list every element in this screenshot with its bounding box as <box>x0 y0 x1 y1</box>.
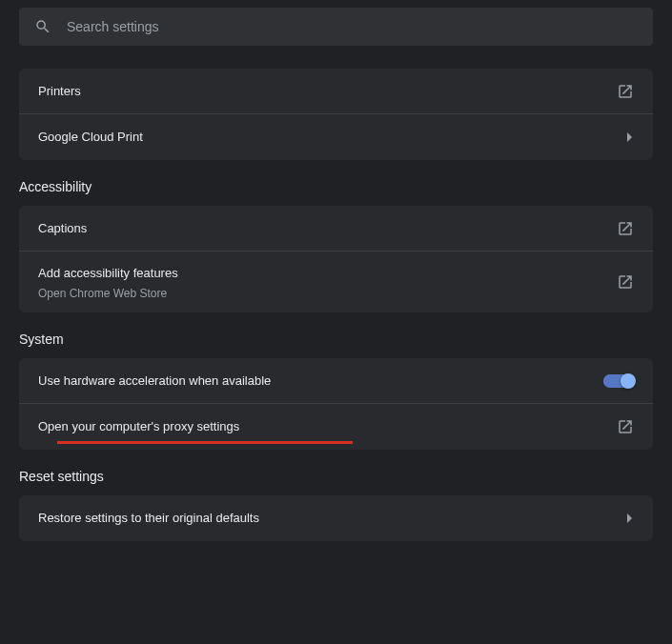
external-link-icon <box>617 83 634 100</box>
search-icon <box>34 18 51 35</box>
settings-content: Printers Google Cloud Print Accessibilit… <box>0 69 672 541</box>
system-section: Use hardware acceleration when available… <box>19 358 653 450</box>
search-bar[interactable] <box>19 8 653 46</box>
google-cloud-print-row[interactable]: Google Cloud Print <box>19 114 653 160</box>
accessibility-section: Captions Add accessibility features Open… <box>19 206 653 312</box>
chevron-right-icon <box>626 513 634 523</box>
annotation-underline <box>57 441 353 444</box>
printers-row[interactable]: Printers <box>19 69 653 114</box>
gcp-label: Google Cloud Print <box>38 128 611 147</box>
proxy-label: Open your computer's proxy settings <box>38 417 601 436</box>
captions-label: Captions <box>38 219 601 238</box>
restore-label: Restore settings to their original defau… <box>38 509 611 528</box>
add-features-sub: Open Chrome Web Store <box>38 287 601 300</box>
restore-defaults-row[interactable]: Restore settings to their original defau… <box>19 495 653 541</box>
add-features-label: Add accessibility features <box>38 264 601 283</box>
printing-section: Printers Google Cloud Print <box>19 69 653 160</box>
captions-row[interactable]: Captions <box>19 206 653 252</box>
accessibility-title: Accessibility <box>19 160 653 206</box>
hw-accel-label: Use hardware acceleration when available <box>38 372 588 391</box>
hw-accel-toggle[interactable] <box>603 374 634 388</box>
printers-label: Printers <box>38 82 601 101</box>
system-title: System <box>19 312 653 358</box>
proxy-settings-row[interactable]: Open your computer's proxy settings <box>19 404 653 450</box>
search-input[interactable] <box>67 19 638 34</box>
add-accessibility-row[interactable]: Add accessibility features Open Chrome W… <box>19 252 653 312</box>
hardware-accel-row[interactable]: Use hardware acceleration when available <box>19 358 653 404</box>
external-link-icon <box>617 273 634 291</box>
external-link-icon <box>617 220 634 237</box>
chevron-right-icon <box>626 132 634 142</box>
reset-title: Reset settings <box>19 450 653 495</box>
external-link-icon <box>617 418 634 435</box>
reset-section: Restore settings to their original defau… <box>19 495 653 541</box>
